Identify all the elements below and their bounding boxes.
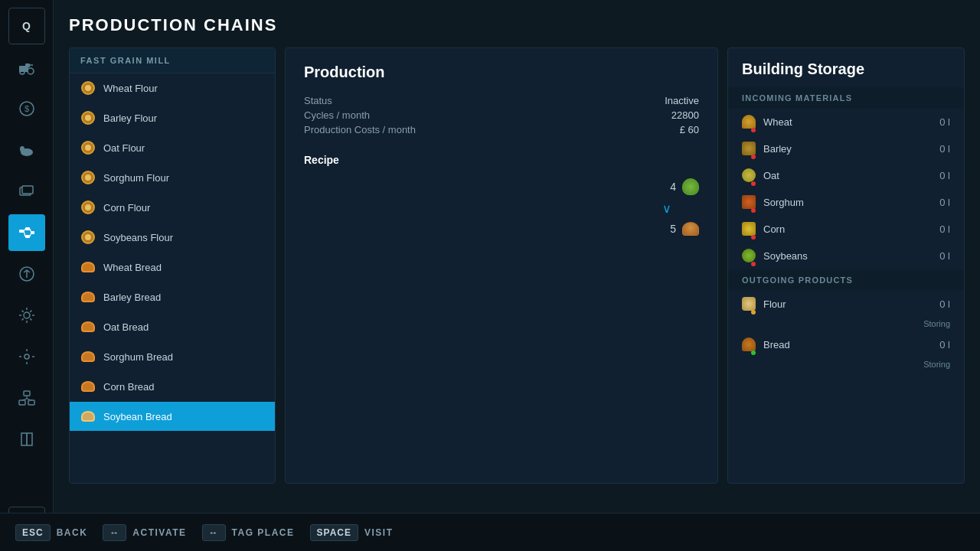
list-item-wheat-bread[interactable]: Wheat Bread <box>70 253 275 282</box>
sidebar-item-tractor[interactable] <box>8 49 45 86</box>
sidebar-item-book[interactable] <box>8 421 45 458</box>
tasks-icon <box>18 266 35 282</box>
flour-amount: 0 l <box>939 298 950 310</box>
list-items: Wheat Flour Barley Flour Oat Flour Sorgh… <box>70 73 275 432</box>
svg-rect-16 <box>31 231 34 234</box>
list-item-corn-flour[interactable]: Corn Flour <box>70 193 275 223</box>
wheat-bread-icon <box>80 259 96 275</box>
wheat-flour-icon <box>80 80 96 96</box>
incoming-header: INCOMING MATERIALS <box>728 87 964 109</box>
oat-flour-label: Oat Flour <box>103 142 145 154</box>
corn-bread-label: Corn Bread <box>103 381 154 393</box>
tag-place-key-badge: ↔ <box>202 524 226 541</box>
list-item-barley-flour[interactable]: Barley Flour <box>70 103 275 133</box>
svg-line-20 <box>30 233 31 236</box>
sidebar-item-cards[interactable] <box>8 173 45 210</box>
main-content: PRODUCTION CHAINS FAST GRAIN MILL Wheat … <box>54 0 980 551</box>
sidebar-item-settings[interactable] <box>8 338 45 375</box>
sidebar-item-production[interactable] <box>8 214 45 251</box>
svg-rect-14 <box>25 227 30 230</box>
svg-line-19 <box>30 229 31 233</box>
costs-row: Production Costs / month £ 60 <box>304 124 699 135</box>
soybeans-flour-icon <box>80 230 96 245</box>
sidebar-item-nodes[interactable] <box>8 380 45 416</box>
oat-name: Oat <box>763 170 932 181</box>
storage-flour: Flour 0 l <box>728 291 964 318</box>
bread-output-icon <box>682 222 699 236</box>
sidebar-item-tasks[interactable] <box>8 256 45 292</box>
recipe-input-row: 4 <box>670 178 699 195</box>
sorghum-flour-icon <box>80 170 96 185</box>
storage-panel: Building Storage INCOMING MATERIALS Whea… <box>727 47 965 484</box>
sorghum-res-icon <box>742 195 756 209</box>
barley-bread-icon <box>80 289 96 305</box>
bread-amount: 0 l <box>939 339 950 350</box>
status-label: Status <box>304 95 332 106</box>
oat-amount: 0 l <box>939 170 950 181</box>
tag-place-button[interactable]: ↔ TAG PLACE <box>202 524 295 541</box>
corn-bread-icon <box>80 379 96 394</box>
sidebar-item-q[interactable]: Q <box>8 8 45 44</box>
wheat-status-dot <box>751 128 756 132</box>
corn-flour-icon <box>80 200 96 215</box>
soybean-ingredient-icon <box>682 178 699 195</box>
list-item-oat-flour[interactable]: Oat Flour <box>70 133 275 163</box>
svg-point-24 <box>24 354 29 359</box>
oat-bread-icon <box>80 319 96 334</box>
svg-text:$: $ <box>24 104 28 113</box>
barley-flour-label: Barley Flour <box>103 112 157 124</box>
production-list-panel: FAST GRAIN MILL Wheat Flour Barley Flour… <box>69 47 276 484</box>
activate-button[interactable]: ↔ ACTIVATE <box>103 524 186 541</box>
svg-rect-26 <box>19 400 25 405</box>
list-header: FAST GRAIN MILL <box>70 48 275 73</box>
list-item-oat-bread[interactable]: Oat Bread <box>70 312 275 342</box>
storage-oat: Oat 0 l <box>728 162 964 189</box>
svg-line-18 <box>24 231 25 236</box>
flour-sub: Storing <box>728 318 964 331</box>
list-item-soybeans-flour[interactable]: Soybeans Flour <box>70 223 275 253</box>
barley-amount: 0 l <box>939 143 950 155</box>
storage-title: Building Storage <box>728 48 964 87</box>
bread-name: Bread <box>763 339 932 350</box>
list-item-sorghum-flour[interactable]: Sorghum Flour <box>70 163 275 193</box>
sidebar-item-economy[interactable]: $ <box>8 90 45 127</box>
machinery-icon <box>18 306 36 324</box>
storage-corn: Corn 0 l <box>728 216 964 243</box>
list-item-soybean-bread[interactable]: Soybean Bread <box>70 402 275 432</box>
list-item-wheat-flour[interactable]: Wheat Flour <box>70 73 275 103</box>
esc-key-badge: ESC <box>15 524 51 541</box>
corn-amount: 0 l <box>939 223 950 235</box>
recipe-title: Recipe <box>304 154 699 166</box>
svg-point-23 <box>24 312 30 318</box>
outgoing-header: OUTGOING PRODUCTS <box>728 269 964 291</box>
recipe-area: 4 ∨ 5 <box>304 178 699 236</box>
list-item-barley-bread[interactable]: Barley Bread <box>70 282 275 312</box>
sidebar: Q $ <box>0 0 54 551</box>
bread-sub: Storing <box>728 358 964 372</box>
sidebar-item-animal[interactable] <box>8 132 45 168</box>
sorghum-name: Sorghum <box>763 197 932 208</box>
status-value: Inactive <box>665 95 699 106</box>
storage-wheat: Wheat 0 l <box>728 109 964 135</box>
tractor-icon <box>18 58 36 77</box>
esc-key-label: BACK <box>57 527 88 538</box>
esc-back-button[interactable]: ESC BACK <box>15 524 87 541</box>
wheat-name: Wheat <box>763 116 932 128</box>
corn-res-icon <box>742 222 756 236</box>
cycles-value: 22800 <box>671 109 699 121</box>
list-item-sorghum-bread[interactable]: Sorghum Bread <box>70 342 275 372</box>
wheat-bread-label: Wheat Bread <box>103 262 162 273</box>
costs-value: £ 60 <box>680 124 699 135</box>
svg-rect-25 <box>24 391 30 396</box>
list-item-corn-bread[interactable]: Corn Bread <box>70 372 275 402</box>
production-chains-icon <box>18 223 36 242</box>
svg-rect-13 <box>19 230 24 233</box>
sidebar-item-machinery[interactable] <box>8 297 45 334</box>
svg-point-10 <box>21 147 24 149</box>
production-panel: Production Status Inactive Cycles / mont… <box>285 47 718 484</box>
visit-button[interactable]: SPACE VISIT <box>310 524 394 541</box>
svg-rect-27 <box>28 400 34 405</box>
q-key-label: Q <box>22 20 31 32</box>
animal-icon <box>18 142 36 158</box>
recipe-output-row: 5 <box>670 222 699 236</box>
